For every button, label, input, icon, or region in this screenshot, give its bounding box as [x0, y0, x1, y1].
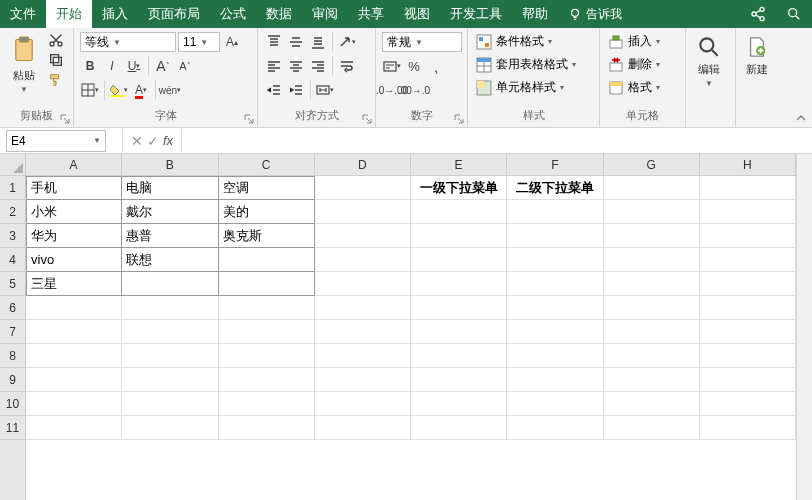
- tab-dev[interactable]: 开发工具: [440, 0, 512, 28]
- tab-insert[interactable]: 插入: [92, 0, 138, 28]
- tab-home[interactable]: 开始: [46, 0, 92, 28]
- phonetic-button[interactable]: wén▾: [160, 80, 180, 100]
- share-button[interactable]: [740, 0, 776, 28]
- cell[interactable]: [315, 296, 411, 320]
- cell[interactable]: [122, 320, 218, 344]
- border-button[interactable]: ▾: [80, 80, 100, 100]
- cell[interactable]: [700, 296, 796, 320]
- cell[interactable]: [604, 320, 700, 344]
- increase-indent-icon[interactable]: [286, 80, 306, 100]
- cell[interactable]: [26, 416, 122, 440]
- cell[interactable]: [507, 344, 603, 368]
- font-color-button[interactable]: A▾: [131, 80, 151, 100]
- cell[interactable]: [507, 296, 603, 320]
- col-header[interactable]: F: [507, 154, 603, 175]
- cell[interactable]: [507, 416, 603, 440]
- cell[interactable]: [700, 272, 796, 296]
- row-header[interactable]: 3: [0, 224, 25, 248]
- fill-color-button[interactable]: ▾: [109, 80, 129, 100]
- cell[interactable]: [26, 368, 122, 392]
- tab-layout[interactable]: 页面布局: [138, 0, 210, 28]
- cell[interactable]: 手机: [26, 176, 122, 200]
- cell[interactable]: [700, 368, 796, 392]
- cell[interactable]: [315, 248, 411, 272]
- cell[interactable]: [411, 368, 507, 392]
- cell[interactable]: [507, 320, 603, 344]
- cell[interactable]: [411, 320, 507, 344]
- row-header[interactable]: 10: [0, 392, 25, 416]
- cell[interactable]: [700, 320, 796, 344]
- cell[interactable]: [700, 248, 796, 272]
- paste-button[interactable]: 粘贴 ▼: [6, 32, 42, 96]
- cell[interactable]: 美的: [219, 200, 315, 224]
- cell[interactable]: [122, 416, 218, 440]
- editing-button[interactable]: 编辑 ▼: [692, 32, 726, 90]
- decrease-font-icon[interactable]: A˅: [175, 56, 195, 76]
- cell[interactable]: [507, 200, 603, 224]
- cell[interactable]: [411, 392, 507, 416]
- align-top-icon[interactable]: [264, 32, 284, 52]
- row-header[interactable]: 4: [0, 248, 25, 272]
- row-header[interactable]: 5: [0, 272, 25, 296]
- cell[interactable]: 空调: [219, 176, 315, 200]
- cell-style-button[interactable]: 单元格样式▾: [474, 78, 566, 97]
- dialog-launcher-icon[interactable]: [453, 113, 465, 125]
- cell[interactable]: [122, 272, 218, 296]
- delete-cells-button[interactable]: 删除▾: [606, 55, 662, 74]
- cell[interactable]: [219, 296, 315, 320]
- cell[interactable]: [411, 296, 507, 320]
- cell[interactable]: vivo: [26, 248, 122, 272]
- cell[interactable]: [122, 368, 218, 392]
- italic-button[interactable]: I: [102, 56, 122, 76]
- cell[interactable]: [219, 392, 315, 416]
- row-header[interactable]: 11: [0, 416, 25, 440]
- cell[interactable]: 小米: [26, 200, 122, 224]
- cell[interactable]: [411, 248, 507, 272]
- align-center-icon[interactable]: [286, 56, 306, 76]
- cell[interactable]: 三星: [26, 272, 122, 296]
- cell[interactable]: [411, 344, 507, 368]
- number-format-combo[interactable]: 常规▼: [382, 32, 462, 52]
- tell-me[interactable]: 告诉我: [558, 0, 632, 28]
- cell[interactable]: [219, 368, 315, 392]
- font-name-combo[interactable]: 等线▼: [80, 32, 176, 52]
- increase-font-icon[interactable]: A▴: [222, 32, 242, 52]
- decrease-indent-icon[interactable]: [264, 80, 284, 100]
- cell[interactable]: [122, 344, 218, 368]
- cell[interactable]: 华为: [26, 224, 122, 248]
- cell[interactable]: 惠普: [122, 224, 218, 248]
- cell[interactable]: [604, 176, 700, 200]
- row-header[interactable]: 6: [0, 296, 25, 320]
- collapse-ribbon-icon[interactable]: [794, 111, 808, 125]
- cancel-formula-icon[interactable]: ✕: [131, 133, 143, 149]
- cell[interactable]: [219, 344, 315, 368]
- cell[interactable]: [700, 344, 796, 368]
- cell[interactable]: [604, 416, 700, 440]
- cell[interactable]: [700, 392, 796, 416]
- cell[interactable]: 一级下拉菜单: [411, 176, 507, 200]
- cell[interactable]: [219, 416, 315, 440]
- cell[interactable]: [411, 200, 507, 224]
- insert-cells-button[interactable]: 插入▾: [606, 32, 662, 51]
- accounting-format-icon[interactable]: ▾: [382, 56, 402, 76]
- cell[interactable]: [26, 320, 122, 344]
- cell[interactable]: 二级下拉菜单: [507, 176, 603, 200]
- cell[interactable]: [219, 272, 315, 296]
- cell[interactable]: [315, 224, 411, 248]
- col-header[interactable]: D: [315, 154, 411, 175]
- col-header[interactable]: B: [122, 154, 218, 175]
- dialog-launcher-icon[interactable]: [243, 113, 255, 125]
- cell[interactable]: [315, 272, 411, 296]
- cell[interactable]: [700, 224, 796, 248]
- align-middle-icon[interactable]: [286, 32, 306, 52]
- cell[interactable]: [315, 392, 411, 416]
- accept-formula-icon[interactable]: ✓: [147, 133, 159, 149]
- cell[interactable]: [604, 272, 700, 296]
- col-header[interactable]: C: [219, 154, 315, 175]
- merge-cells-icon[interactable]: ▾: [315, 80, 335, 100]
- row-header[interactable]: 8: [0, 344, 25, 368]
- col-header[interactable]: H: [700, 154, 796, 175]
- tab-review[interactable]: 审阅: [302, 0, 348, 28]
- col-header[interactable]: A: [26, 154, 122, 175]
- cell[interactable]: 电脑: [122, 176, 218, 200]
